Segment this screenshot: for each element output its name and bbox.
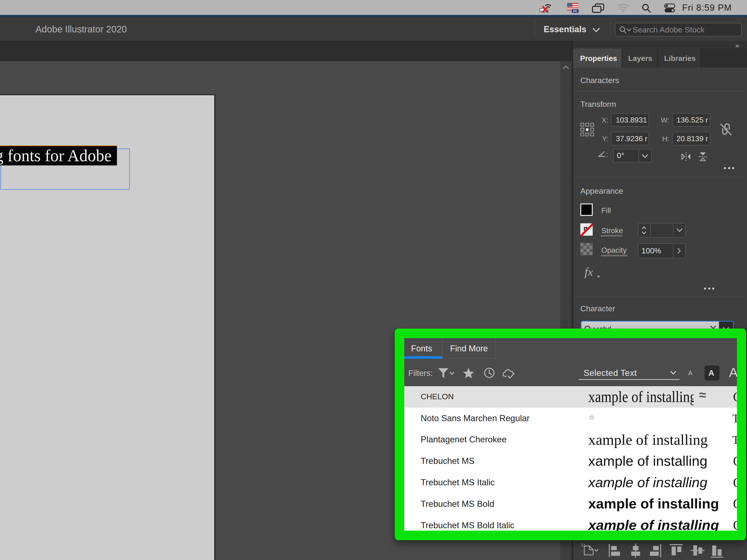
svg-text:PC: PC <box>573 9 577 13</box>
